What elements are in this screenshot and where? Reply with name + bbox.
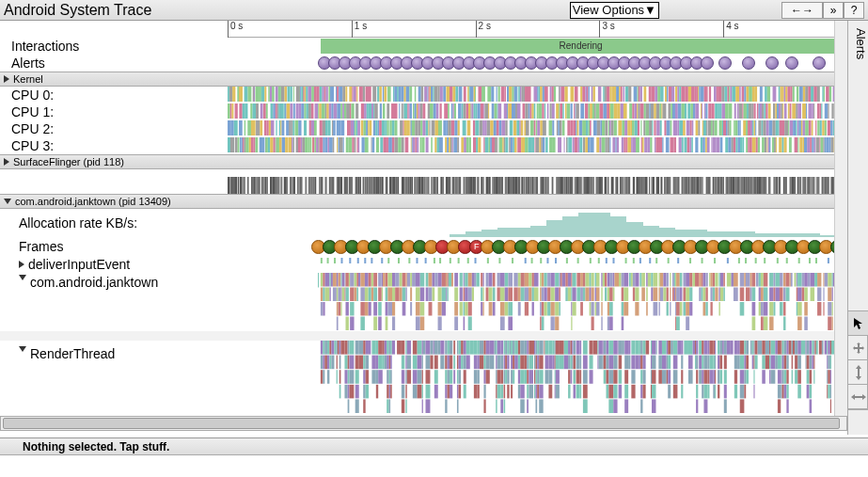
alert-icon[interactable] <box>718 56 732 70</box>
ruler-tick: 1 s <box>352 21 367 38</box>
horizontal-scrollbar[interactable] <box>0 416 847 431</box>
cpu-label: CPU 3: <box>0 137 228 154</box>
cpu-track[interactable] <box>228 137 847 152</box>
zoom-horizontal-tool-button[interactable] <box>848 385 868 409</box>
frames-track[interactable]: FF <box>228 237 847 256</box>
app-title: Android System Trace <box>4 2 151 19</box>
interactions-label: Interactions <box>0 38 228 55</box>
kernel-section-header[interactable]: Kernel <box>0 72 847 87</box>
cpu-label: CPU 0: <box>0 87 228 103</box>
render-thread-label[interactable]: RenderThread <box>0 341 228 414</box>
cpu-track[interactable] <box>228 103 847 119</box>
surfaceflinger-section-header[interactable]: SurfaceFlinger (pid 118) <box>0 154 847 169</box>
nav-leftright-button[interactable]: ←→ <box>781 2 823 19</box>
chevron-right-icon <box>19 261 24 268</box>
selection-panel-header: Nothing selected. Tap stuff. <box>0 438 868 455</box>
zoom-vertical-tool-button[interactable] <box>848 360 868 385</box>
chevron-down-icon <box>4 199 11 204</box>
deliver-input-event-label[interactable]: deliverInputEvent <box>0 256 228 273</box>
allocation-rate-label: Allocation rate KB/s: <box>0 209 228 237</box>
cpu-label: CPU 2: <box>0 120 228 137</box>
time-ruler[interactable]: 0 s1 s2 s3 s4 s5 s <box>228 21 847 38</box>
surfaceflinger-track[interactable] <box>228 177 847 194</box>
alert-icon[interactable] <box>701 56 714 70</box>
vertical-scrollbar[interactable] <box>834 21 847 416</box>
more-button[interactable]: » <box>823 2 844 19</box>
ruler-tick: 3 s <box>599 21 614 38</box>
alert-icon[interactable] <box>785 56 798 70</box>
allocation-rate-track[interactable] <box>228 209 847 237</box>
alert-icon[interactable] <box>813 56 826 70</box>
surfaceflinger-section-label: SurfaceFlinger (pid 118) <box>13 156 124 167</box>
janktown-section-header[interactable]: com.android.janktown (pid 13409) <box>0 194 847 209</box>
main-thread-track[interactable] <box>228 273 847 331</box>
janktown-section-label: com.android.janktown (pid 13409) <box>15 196 171 207</box>
cpu-label: CPU 1: <box>0 103 228 120</box>
render-thread-track[interactable] <box>228 341 847 414</box>
pan-tool-button[interactable] <box>848 336 868 360</box>
ruler-tick: 4 s <box>723 21 738 38</box>
selection-panel-body <box>0 455 868 477</box>
tool-palette <box>847 310 868 410</box>
kernel-section-label: Kernel <box>13 73 43 85</box>
help-button[interactable]: ? <box>844 2 864 19</box>
surfaceflinger-row-label <box>0 169 228 194</box>
deliver-input-track[interactable] <box>228 256 847 265</box>
frames-label: Frames <box>0 237 228 256</box>
view-options-button[interactable]: View Options▼ <box>570 2 659 19</box>
ruler-tick: 2 s <box>476 21 491 38</box>
rendering-interaction-bar[interactable]: Rendering <box>321 39 842 54</box>
chevron-right-icon <box>4 75 9 83</box>
cpu-track[interactable] <box>228 87 847 102</box>
chevron-down-icon <box>19 346 26 352</box>
cpu-track[interactable] <box>228 120 847 135</box>
main-thread-label[interactable]: com.android.janktown <box>0 273 228 331</box>
ruler-tick: 0 s <box>228 21 243 38</box>
alert-icon[interactable] <box>742 56 755 70</box>
chevron-right-icon <box>4 158 9 166</box>
alerts-label: Alerts <box>0 55 228 72</box>
alerts-track[interactable] <box>228 55 847 72</box>
alert-icon[interactable] <box>765 56 779 70</box>
pointer-tool-button[interactable] <box>848 311 868 336</box>
chevron-down-icon <box>19 275 26 280</box>
